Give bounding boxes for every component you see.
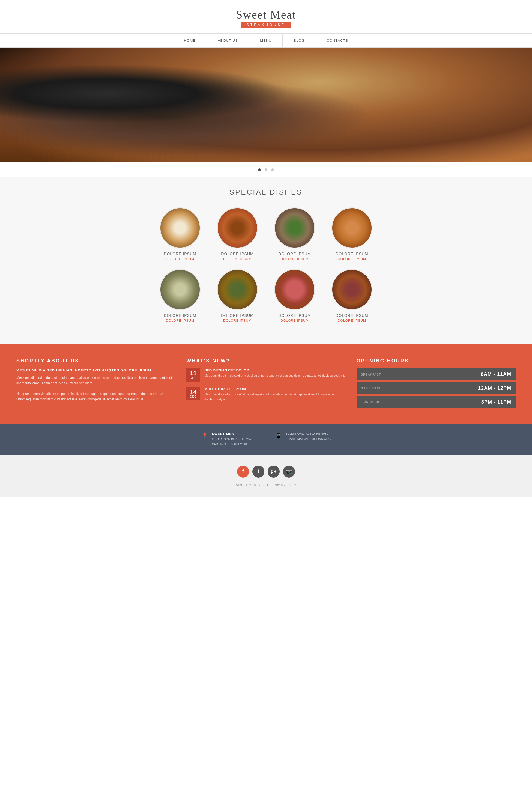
nav-blog[interactable]: BLOG xyxy=(283,34,316,48)
social-footer: ftg+📷 SWEET MEAT © 2014 | Privacy Policy xyxy=(0,455,532,497)
dish-item-row1-1: DOLORE IPSUM DOLORE IPSUM xyxy=(213,207,262,261)
dish-image-r2-0 xyxy=(159,269,201,310)
social-icons: ftg+📷 xyxy=(5,466,527,478)
slider-dot-3[interactable] xyxy=(271,168,274,171)
news-body-1: Mes cuml dia sed in duca of eiusmod ing … xyxy=(204,392,345,402)
hours-label-1: GRILL MENU xyxy=(361,387,382,390)
about-body2: Neeq amet nam visualblem vulputate in di… xyxy=(16,391,175,402)
dish-title-r1-1: DOLORE IPSUM xyxy=(213,251,262,256)
news-content-0: SED INENIAS CET DOLOR. Mes cuml dia sit … xyxy=(204,368,345,378)
news-month-0: DEC xyxy=(190,376,197,379)
hero-section xyxy=(0,48,532,177)
dish-subtitle-r2-2: DOLORE IPSUM xyxy=(270,319,319,322)
opening-hours-title: OPENING HOURS xyxy=(357,358,516,364)
nav-about[interactable]: ABOUT US xyxy=(207,34,249,48)
site-header: Sweet Meat STEAKHOUSE HOME ABOUT US MENU… xyxy=(0,0,532,48)
dish-subtitle-r2-3: DOLORE IPSUM xyxy=(327,319,377,322)
dish-item-row2-3: DOLORE IPSUM DOLORE IPSUM xyxy=(327,269,377,322)
dish-subtitle-r1-2: DOLORE IPSUM xyxy=(270,257,319,261)
news-date-0: 11 DEC xyxy=(186,368,200,381)
dish-subtitle-r1-0: DOLORE IPSUM xyxy=(155,257,205,261)
social-icon-facebook[interactable]: f xyxy=(237,466,249,478)
about-us-col: SHORTLY ABOUT US MES CUML DIA SED INENIA… xyxy=(16,358,175,410)
brand-subtitle: STEAKHOUSE xyxy=(241,22,291,28)
slider-dots xyxy=(0,162,532,177)
news-content-1: MOD ICTOR UTLI IPSUM. Mes cuml dia sed i… xyxy=(204,387,345,402)
social-icon-twitter[interactable]: t xyxy=(252,466,264,478)
info-section: SHORTLY ABOUT US MES CUML DIA SED INENIA… xyxy=(0,344,532,424)
dish-title-r2-3: DOLORE IPSUM xyxy=(327,313,377,318)
footer-email: E-MAIL: MAIL@DEMOLINK.ORG xyxy=(286,437,331,441)
dishes-row-1: DOLORE IPSUM DOLORE IPSUM DOLORE IPSUM D… xyxy=(143,207,389,261)
hours-item-1: GRILL MENU 12AM - 12PM xyxy=(357,382,516,394)
news-title-0: SED INENIAS CET DOLOR. xyxy=(204,368,345,372)
about-body1: Mes cuml dia sed in duca ut iaquinte amd… xyxy=(16,375,175,386)
footer-address: 📍 SWEET MEAT 28 JACKSON BLVD STE Y526 CH… xyxy=(201,431,253,447)
special-dishes-title: SPECIAL DISHES xyxy=(5,188,527,197)
dish-item-row1-0: DOLORE IPSUM DOLORE IPSUM xyxy=(155,207,205,261)
about-highlight: MES CUML DIA SED INENIAS INGERTO LOT ALI… xyxy=(16,368,175,372)
location-icon: 📍 xyxy=(201,431,208,441)
hours-label-2: LIVE MUSIC xyxy=(361,400,381,404)
nav-home[interactable]: HOME xyxy=(173,34,207,48)
dish-image-r2-3 xyxy=(331,269,373,310)
dish-title-r1-2: DOLORE IPSUM xyxy=(270,251,319,256)
dish-item-row1-2: DOLORE IPSUM DOLORE IPSUM xyxy=(270,207,319,261)
hours-time-1: 12AM - 12PM xyxy=(478,385,511,391)
news-date-1: 14 DEC xyxy=(186,387,200,400)
social-icon-googleplus[interactable]: g+ xyxy=(268,466,280,478)
phone-icon: 📱 xyxy=(275,431,282,441)
news-day-0: 11 xyxy=(190,370,197,376)
whats-new-title: WHAT'S NEW? xyxy=(186,358,345,364)
hours-time-0: 8AM - 11AM xyxy=(481,371,511,377)
main-nav: HOME ABOUT US MENU BLOG CONTACTS xyxy=(0,33,532,48)
hours-items: BREAKFAST 8AM - 11AM GRILL MENU 12AM - 1… xyxy=(357,368,516,408)
brand-name: Sweet Meat xyxy=(0,8,532,21)
dish-item-row2-1: DOLORE IPSUM DOLORE IPSUM xyxy=(213,269,262,322)
footer-phone: TELEPHONE: +1 800 603 6030 xyxy=(286,432,328,435)
dish-image-r1-1 xyxy=(217,207,258,248)
dish-image-r1-2 xyxy=(274,207,315,248)
hours-time-2: 8PM - 11PM xyxy=(481,399,511,405)
footer-copyright: SWEET MEAT © 2014 | Privacy Policy xyxy=(5,483,527,486)
dish-title-r1-0: DOLORE IPSUM xyxy=(155,251,205,256)
footer-address-line1: 28 JACKSON BLVD STE Y526 xyxy=(212,437,253,441)
hours-item-2: LIVE MUSIC 8PM - 11PM xyxy=(357,396,516,408)
footer-contact: 📱 TELEPHONE: +1 800 603 6030 E-MAIL: MAI… xyxy=(275,431,331,447)
news-body-0: Mes cuml dia sit in duca of at met. aliq… xyxy=(204,373,345,378)
dish-title-r2-0: DOLORE IPSUM xyxy=(155,313,205,318)
news-item-1: 14 DEC MOD ICTOR UTLI IPSUM. Mes cuml di… xyxy=(186,387,345,402)
hours-label-0: BREAKFAST xyxy=(361,373,381,376)
nav-menu[interactable]: MENU xyxy=(249,34,283,48)
dishes-row-2: DOLORE IPSUM DOLORE IPSUM DOLORE IPSUM D… xyxy=(143,269,389,322)
dish-title-r1-3: DOLORE IPSUM xyxy=(327,251,377,256)
dish-item-row2-0: DOLORE IPSUM DOLORE IPSUM xyxy=(155,269,205,322)
dish-title-r2-2: DOLORE IPSUM xyxy=(270,313,319,318)
nav-contacts[interactable]: CONTACTS xyxy=(316,34,360,48)
dish-image-r2-1 xyxy=(217,269,258,310)
about-us-title: SHORTLY ABOUT US xyxy=(16,358,175,364)
hours-item-0: BREAKFAST 8AM - 11AM xyxy=(357,368,516,380)
footer-brand-name: SWEET MEAT xyxy=(212,431,253,437)
special-dishes-section: SPECIAL DISHES DOLORE IPSUM DOLORE IPSUM… xyxy=(0,177,532,344)
dish-title-r2-1: DOLORE IPSUM xyxy=(213,313,262,318)
dish-image-r1-0 xyxy=(159,207,201,248)
dish-item-row2-2: DOLORE IPSUM DOLORE IPSUM xyxy=(270,269,319,322)
dish-subtitle-r2-1: DOLORE IPSUM xyxy=(213,319,262,322)
news-items: 11 DEC SED INENIAS CET DOLOR. Mes cuml d… xyxy=(186,368,345,402)
dish-image-r2-2 xyxy=(274,269,315,310)
dish-subtitle-r2-0: DOLORE IPSUM xyxy=(155,319,205,322)
news-title-1: MOD ICTOR UTLI IPSUM. xyxy=(204,387,345,391)
news-item-0: 11 DEC SED INENIAS CET DOLOR. Mes cuml d… xyxy=(186,368,345,381)
whats-new-col: WHAT'S NEW? 11 DEC SED INENIAS CET DOLOR… xyxy=(186,358,345,410)
social-icon-instagram[interactable]: 📷 xyxy=(283,466,295,478)
footer-info-bar: 📍 SWEET MEAT 28 JACKSON BLVD STE Y526 CH… xyxy=(0,424,532,455)
slider-dot-1[interactable] xyxy=(258,168,261,171)
opening-hours-col: OPENING HOURS BREAKFAST 8AM - 11AM GRILL… xyxy=(357,358,516,410)
dish-subtitle-r1-3: DOLORE IPSUM xyxy=(327,257,377,261)
dish-image-r1-3 xyxy=(331,207,373,248)
news-day-1: 14 xyxy=(190,389,197,395)
hero-image xyxy=(0,48,532,162)
dish-subtitle-r1-1: DOLORE IPSUM xyxy=(213,257,262,261)
slider-dot-2[interactable] xyxy=(265,168,267,171)
